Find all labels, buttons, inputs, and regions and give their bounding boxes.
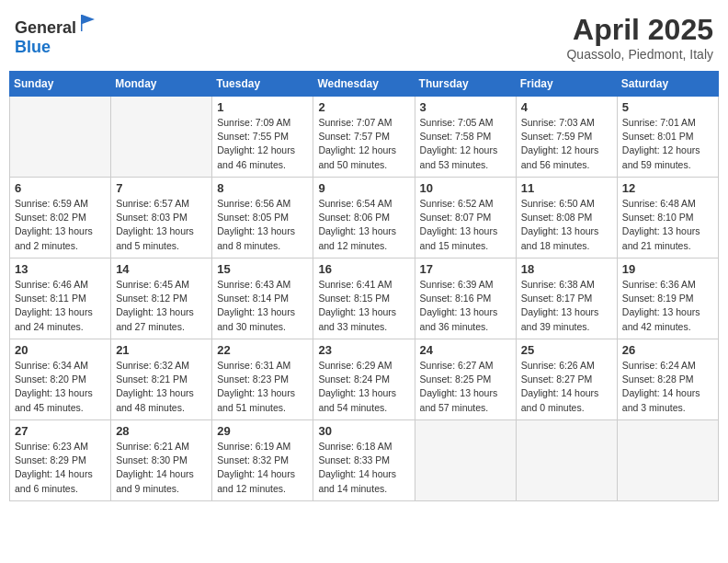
day-info: Sunrise: 6:34 AM Sunset: 8:20 PM Dayligh… <box>15 359 106 415</box>
day-number: 14 <box>116 262 207 276</box>
calendar-cell: 10Sunrise: 6:52 AM Sunset: 8:07 PM Dayli… <box>415 178 516 259</box>
column-header-thursday: Thursday <box>415 72 516 97</box>
day-number: 2 <box>318 100 409 114</box>
day-number: 24 <box>420 343 511 357</box>
day-number: 12 <box>622 181 713 195</box>
calendar-cell <box>516 420 617 501</box>
logo-flag-icon <box>78 13 98 33</box>
calendar-cell <box>10 97 111 178</box>
calendar-cell: 22Sunrise: 6:31 AM Sunset: 8:23 PM Dayli… <box>212 339 313 420</box>
day-info: Sunrise: 6:48 AM Sunset: 8:10 PM Dayligh… <box>622 197 713 253</box>
day-number: 25 <box>521 343 612 357</box>
calendar-cell: 29Sunrise: 6:19 AM Sunset: 8:32 PM Dayli… <box>212 420 313 501</box>
logo-blue: Blue <box>15 38 51 56</box>
day-info: Sunrise: 6:45 AM Sunset: 8:12 PM Dayligh… <box>116 278 207 334</box>
day-number: 27 <box>15 424 106 438</box>
calendar-cell: 21Sunrise: 6:32 AM Sunset: 8:21 PM Dayli… <box>111 339 212 420</box>
day-number: 13 <box>15 262 106 276</box>
calendar-cell: 15Sunrise: 6:43 AM Sunset: 8:14 PM Dayli… <box>212 259 313 339</box>
day-number: 16 <box>318 262 409 276</box>
column-header-friday: Friday <box>516 72 617 97</box>
calendar-cell: 5Sunrise: 7:01 AM Sunset: 8:01 PM Daylig… <box>617 97 718 178</box>
calendar-cell: 24Sunrise: 6:27 AM Sunset: 8:25 PM Dayli… <box>415 339 516 420</box>
calendar-cell: 16Sunrise: 6:41 AM Sunset: 8:15 PM Dayli… <box>313 259 415 339</box>
day-number: 9 <box>318 181 409 195</box>
day-info: Sunrise: 6:39 AM Sunset: 8:16 PM Dayligh… <box>420 278 511 334</box>
calendar-cell: 19Sunrise: 6:36 AM Sunset: 8:19 PM Dayli… <box>617 259 718 339</box>
day-info: Sunrise: 6:23 AM Sunset: 8:29 PM Dayligh… <box>15 440 106 496</box>
calendar-cell: 6Sunrise: 6:59 AM Sunset: 8:02 PM Daylig… <box>10 178 111 259</box>
day-info: Sunrise: 7:09 AM Sunset: 7:55 PM Dayligh… <box>217 116 308 172</box>
calendar-cell: 8Sunrise: 6:56 AM Sunset: 8:05 PM Daylig… <box>212 178 313 259</box>
calendar-cell <box>415 420 516 501</box>
day-info: Sunrise: 6:52 AM Sunset: 8:07 PM Dayligh… <box>420 197 511 253</box>
day-info: Sunrise: 7:05 AM Sunset: 7:58 PM Dayligh… <box>420 116 511 172</box>
day-number: 15 <box>217 262 308 276</box>
day-info: Sunrise: 6:54 AM Sunset: 8:06 PM Dayligh… <box>318 197 409 253</box>
calendar-cell: 27Sunrise: 6:23 AM Sunset: 8:29 PM Dayli… <box>10 420 111 501</box>
calendar-cell: 20Sunrise: 6:34 AM Sunset: 8:20 PM Dayli… <box>10 339 111 420</box>
calendar-week-row: 6Sunrise: 6:59 AM Sunset: 8:02 PM Daylig… <box>10 178 719 259</box>
calendar-cell: 3Sunrise: 7:05 AM Sunset: 7:58 PM Daylig… <box>415 97 516 178</box>
calendar-cell: 30Sunrise: 6:18 AM Sunset: 8:33 PM Dayli… <box>313 420 415 501</box>
logo: General Blue <box>15 13 98 57</box>
calendar-cell: 2Sunrise: 7:07 AM Sunset: 7:57 PM Daylig… <box>313 97 415 178</box>
calendar-cell: 1Sunrise: 7:09 AM Sunset: 7:55 PM Daylig… <box>212 97 313 178</box>
day-number: 20 <box>15 343 106 357</box>
calendar-cell: 13Sunrise: 6:46 AM Sunset: 8:11 PM Dayli… <box>10 259 111 339</box>
day-info: Sunrise: 6:43 AM Sunset: 8:14 PM Dayligh… <box>217 278 308 334</box>
day-number: 30 <box>318 424 409 438</box>
day-info: Sunrise: 7:07 AM Sunset: 7:57 PM Dayligh… <box>318 116 409 172</box>
calendar-cell <box>617 420 718 501</box>
day-number: 6 <box>15 181 106 195</box>
day-number: 11 <box>521 181 612 195</box>
calendar-cell: 14Sunrise: 6:45 AM Sunset: 8:12 PM Dayli… <box>111 259 212 339</box>
day-number: 8 <box>217 181 308 195</box>
day-info: Sunrise: 6:29 AM Sunset: 8:24 PM Dayligh… <box>318 359 409 415</box>
calendar-header-row: SundayMondayTuesdayWednesdayThursdayFrid… <box>10 72 719 97</box>
day-info: Sunrise: 6:24 AM Sunset: 8:28 PM Dayligh… <box>622 359 713 415</box>
day-number: 1 <box>217 100 308 114</box>
main-title: April 2025 <box>566 13 713 47</box>
calendar-cell: 26Sunrise: 6:24 AM Sunset: 8:28 PM Dayli… <box>617 339 718 420</box>
column-header-wednesday: Wednesday <box>313 72 415 97</box>
day-number: 28 <box>116 424 207 438</box>
calendar-body: 1Sunrise: 7:09 AM Sunset: 7:55 PM Daylig… <box>10 97 719 501</box>
day-number: 21 <box>116 343 207 357</box>
day-info: Sunrise: 6:36 AM Sunset: 8:19 PM Dayligh… <box>622 278 713 334</box>
calendar-cell <box>111 97 212 178</box>
day-number: 4 <box>521 100 612 114</box>
day-number: 29 <box>217 424 308 438</box>
calendar-week-row: 1Sunrise: 7:09 AM Sunset: 7:55 PM Daylig… <box>10 97 719 178</box>
calendar-table: SundayMondayTuesdayWednesdayThursdayFrid… <box>9 71 719 501</box>
subtitle: Quassolo, Piedmont, Italy <box>566 47 713 62</box>
calendar-cell: 25Sunrise: 6:26 AM Sunset: 8:27 PM Dayli… <box>516 339 617 420</box>
calendar-cell: 11Sunrise: 6:50 AM Sunset: 8:08 PM Dayli… <box>516 178 617 259</box>
day-info: Sunrise: 6:57 AM Sunset: 8:03 PM Dayligh… <box>116 197 207 253</box>
calendar-cell: 18Sunrise: 6:38 AM Sunset: 8:17 PM Dayli… <box>516 259 617 339</box>
day-number: 23 <box>318 343 409 357</box>
day-info: Sunrise: 7:01 AM Sunset: 8:01 PM Dayligh… <box>622 116 713 172</box>
day-number: 22 <box>217 343 308 357</box>
day-info: Sunrise: 6:27 AM Sunset: 8:25 PM Dayligh… <box>420 359 511 415</box>
calendar-cell: 17Sunrise: 6:39 AM Sunset: 8:16 PM Dayli… <box>415 259 516 339</box>
day-number: 26 <box>622 343 713 357</box>
day-info: Sunrise: 6:41 AM Sunset: 8:15 PM Dayligh… <box>318 278 409 334</box>
calendar-week-row: 20Sunrise: 6:34 AM Sunset: 8:20 PM Dayli… <box>10 339 719 420</box>
day-info: Sunrise: 6:56 AM Sunset: 8:05 PM Dayligh… <box>217 197 308 253</box>
day-number: 17 <box>420 262 511 276</box>
column-header-sunday: Sunday <box>10 72 111 97</box>
svg-marker-0 <box>81 15 95 31</box>
calendar-cell: 23Sunrise: 6:29 AM Sunset: 8:24 PM Dayli… <box>313 339 415 420</box>
page-header: General Blue April 2025 Quassolo, Piedmo… <box>9 9 719 65</box>
day-info: Sunrise: 6:46 AM Sunset: 8:11 PM Dayligh… <box>15 278 106 334</box>
day-info: Sunrise: 7:03 AM Sunset: 7:59 PM Dayligh… <box>521 116 612 172</box>
day-number: 3 <box>420 100 511 114</box>
column-header-saturday: Saturday <box>617 72 718 97</box>
day-info: Sunrise: 6:21 AM Sunset: 8:30 PM Dayligh… <box>116 440 207 496</box>
calendar-cell: 12Sunrise: 6:48 AM Sunset: 8:10 PM Dayli… <box>617 178 718 259</box>
calendar-cell: 4Sunrise: 7:03 AM Sunset: 7:59 PM Daylig… <box>516 97 617 178</box>
day-info: Sunrise: 6:32 AM Sunset: 8:21 PM Dayligh… <box>116 359 207 415</box>
day-info: Sunrise: 6:50 AM Sunset: 8:08 PM Dayligh… <box>521 197 612 253</box>
calendar-cell: 28Sunrise: 6:21 AM Sunset: 8:30 PM Dayli… <box>111 420 212 501</box>
